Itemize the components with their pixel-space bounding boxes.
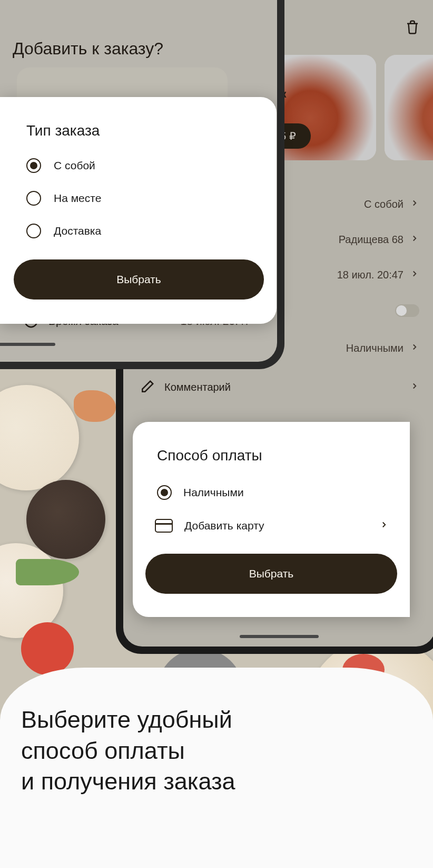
row-value: С собой <box>364 198 404 210</box>
suggestion-card[interactable] <box>385 55 433 160</box>
radio-unselected-icon <box>26 191 41 206</box>
caption-line: способ оплаты <box>21 736 412 767</box>
payment-method-modal: Способ оплаты Наличными Добавить карту В… <box>133 422 410 617</box>
radio-cash[interactable]: Наличными <box>157 485 410 500</box>
caption-line: Выберите удобный <box>21 705 412 736</box>
radio-selected-icon <box>26 158 41 173</box>
select-button[interactable]: Выбрать <box>14 259 264 300</box>
chevron-right-icon <box>410 381 419 393</box>
chevron-right-icon <box>379 520 389 532</box>
marketing-caption: Выберите удобный способ оплаты и получен… <box>0 668 433 868</box>
home-indicator <box>240 635 319 638</box>
add-card-row[interactable]: Добавить карту <box>157 519 410 533</box>
select-button[interactable]: Выбрать <box>145 554 397 594</box>
home-indicator <box>0 343 55 346</box>
row-value: Радищева 68 <box>339 234 404 246</box>
trash-icon[interactable] <box>405 28 420 37</box>
chevron-right-icon <box>410 342 419 354</box>
modal-title: Тип заказа <box>26 122 262 139</box>
radio-delivery[interactable]: Доставка <box>26 224 262 238</box>
chevron-right-icon <box>410 269 419 281</box>
row-value: 18 июл. 20:47 <box>337 269 404 281</box>
caption-line: и получения заказа <box>21 766 412 797</box>
add-card-label: Добавить карту <box>184 519 368 532</box>
add-to-order-heading: Добавить к заказу? <box>13 39 163 59</box>
chevron-right-icon <box>410 234 419 246</box>
row-label: Комментарий <box>164 381 231 393</box>
toggle-switch[interactable] <box>395 304 419 317</box>
pencil-icon <box>139 379 155 395</box>
card-icon <box>155 519 173 533</box>
radio-takeaway[interactable]: С собой <box>26 158 262 173</box>
radio-label: Наличными <box>183 486 410 499</box>
row-value: Наличными <box>346 342 404 354</box>
radio-selected-icon <box>157 485 172 500</box>
radio-dinein[interactable]: На месте <box>26 191 262 206</box>
modal-title: Способ оплаты <box>157 447 410 464</box>
order-type-modal: Тип заказа С собой На месте Доставка Выб… <box>0 97 277 324</box>
chevron-right-icon <box>410 198 419 210</box>
radio-label: На месте <box>54 192 101 205</box>
radio-label: Доставка <box>54 225 101 237</box>
radio-label: С собой <box>54 159 95 172</box>
radio-unselected-icon <box>26 224 41 238</box>
comment-row[interactable]: Комментарий <box>139 368 419 407</box>
